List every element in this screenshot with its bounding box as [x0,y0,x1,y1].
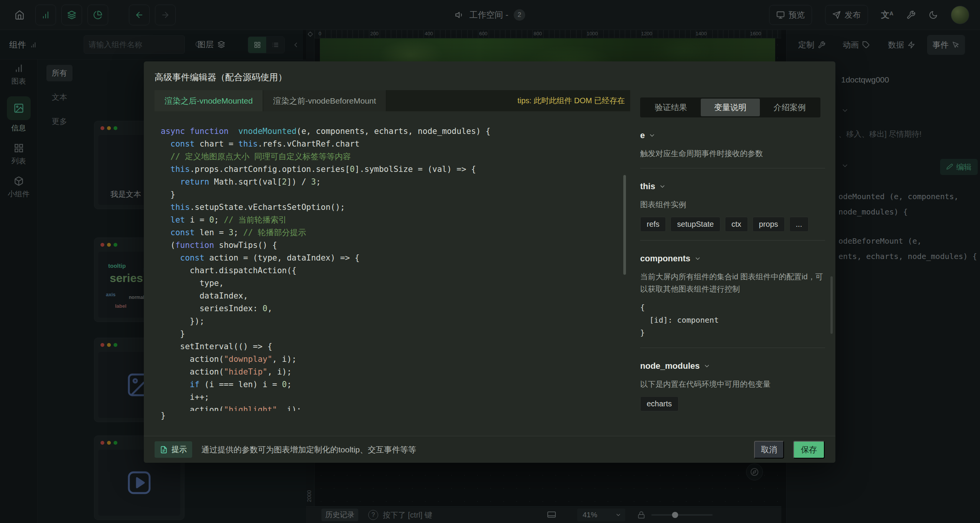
document-icon [160,446,168,454]
code-line: if (i === len) i = 0; [161,378,619,391]
node-modules-chips: echarts [640,396,825,411]
code-token: const [170,139,194,148]
chip[interactable]: refs [640,217,666,232]
code-token: action = (type, dataIndex) => { [204,253,360,262]
code-token [161,253,180,262]
code-line: let i = 0; // 当前轮播索引 [161,214,619,226]
code-token: } [161,329,185,338]
code-line: this.props.chartConfig.option.series[0].… [161,163,619,176]
code-token: ].symbolSize = (val) => { [355,165,476,174]
code-token: type, [161,279,224,288]
section-node-modules-desc: 以下是内置在代码环境中可用的包变量 [640,378,825,390]
code-token: , i); [277,405,301,411]
code-token: async function [161,127,229,136]
tips-text: tips: 此时此组件 DOM 已经存在 [517,96,630,106]
code-line: this.setupState.vEchartsSetOption(); [161,201,619,214]
code-line: return Math.sqrt(val[2]) / 3; [161,176,619,188]
chip[interactable]: echarts [640,396,679,411]
code-line: }); [161,315,619,328]
code-line: setInterval(() => { [161,340,619,353]
modal-title: 高级事件编辑器（配合源码使用） [155,71,287,83]
code-token: 3 [311,177,316,186]
chip[interactable]: setupState [670,217,720,232]
code-token [161,152,170,161]
code-token [161,139,170,148]
side-panel-scrollbar[interactable] [830,276,833,334]
code-line: seriesIndex: 0, [161,302,619,315]
code-token: .setupState.vEchartsSetOption(); [190,203,345,212]
tab-intro-case[interactable]: 介绍案例 [760,99,819,116]
tab-vnode-before-mount[interactable]: 渲染之前-vnodeBeforeMount [263,90,386,111]
tab-vnode-mounted[interactable]: 渲染之后-vnodeMounted [155,90,263,111]
chip[interactable]: ctx [725,217,748,232]
code-token: , i); [272,355,296,364]
code-token: , i); [267,367,292,376]
code-line: const action = (type, dataIndex) => { [161,252,619,264]
code-token: "hideTip" [224,367,267,376]
code-token: action( [161,367,224,376]
code-token: (e, components, echarts, node_modules) { [296,127,491,136]
section-this[interactable]: this [640,181,825,191]
code-token: vnodeMounted [238,127,296,136]
code-line: } [161,328,619,340]
code-last-line: } [161,411,166,420]
code-token: const [180,253,204,262]
code-token: ; [234,228,243,237]
code-token: // 当前轮播索引 [224,215,287,224]
code-line: const len = 3; // 轮播部分提示 [161,226,619,239]
code-token: // 定义地图原点大小 同理可自定义标签等等内容 [170,152,351,161]
code-line: dataIndex, [161,290,619,302]
components-code-sample: { [id]: component} [640,301,825,339]
code-line: action("downplay", i); [161,353,619,366]
code-token: Math.sqrt(val[ [209,177,282,186]
code-token: return [180,177,209,186]
doc-tabs: 验证结果 变量说明 介绍案例 [640,97,820,117]
code-token: seriesIndex: [161,304,263,313]
chevron-down-icon [703,363,710,370]
section-components[interactable]: components [640,254,825,264]
code-line: chart.dispatchAction({ [161,264,619,277]
cancel-button[interactable]: 取消 [754,441,784,459]
chip[interactable]: props [753,217,785,232]
event-editor-tabbar: 渲染之后-vnodeMounted 渲染之前-vnodeBeforeMount … [155,90,630,111]
tab-variable-doc[interactable]: 变量说明 [701,99,760,116]
code-token [161,203,170,212]
section-node-modules[interactable]: node_modules [640,361,825,371]
code-token: .props.chartConfig.option.series[ [190,165,350,174]
code-token: dataIndex, [161,291,248,300]
code-token: len = [195,228,229,237]
code-token: "downplay" [224,355,272,364]
code-token: "highlight" [224,405,277,411]
code-token: const [170,228,194,237]
code-token: chart.dispatchAction({ [161,266,296,275]
code-token: ( [161,241,175,250]
code-token: chart = [195,139,239,148]
code-line: i++; [161,391,619,404]
code-line: action("hideTip", i); [161,366,619,378]
code-token: showTips() { [214,241,277,250]
code-line: type, [161,277,619,290]
code-token: 2 [282,177,287,186]
code-token: ; [316,177,321,186]
code-token: i++; [161,393,209,402]
section-e[interactable]: e [640,130,825,140]
code-token: this [170,165,190,174]
modal-footer: 提示 通过提供的参数可为图表增加定制化的tooltip、交互事件等等 取消 保存 [144,436,835,463]
tip-chip: 提示 [155,441,192,458]
code-line: action("highlight", i); [161,404,619,411]
code-token [161,228,170,237]
code-token [229,127,238,136]
code-editor[interactable]: async function vnodeMounted(e, component… [155,125,619,411]
code-token [161,177,180,186]
code-token: let [170,215,185,224]
chip[interactable]: ... [789,217,809,232]
code-token: , [267,304,272,313]
code-line: (function showTips() { [161,239,619,252]
code-token: function [175,241,214,250]
save-button[interactable]: 保存 [793,441,825,459]
tab-validate-result[interactable]: 验证结果 [641,99,701,116]
chevron-down-icon [659,183,666,190]
editor-scrollbar[interactable] [623,175,626,275]
code-token: ]) / [287,177,311,186]
code-token: 3 [229,228,234,237]
